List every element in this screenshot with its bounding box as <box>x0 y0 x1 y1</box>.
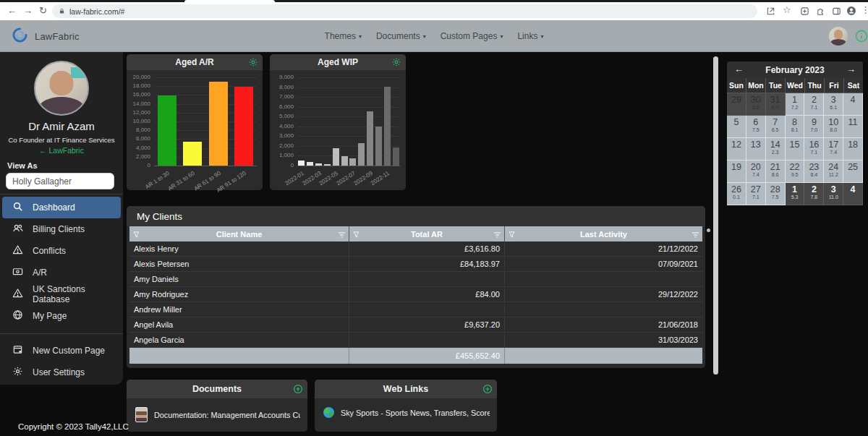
calendar-day-11[interactable]: 11 <box>843 116 863 138</box>
sidebar-item-a-r[interactable]: A/R <box>2 262 121 283</box>
table-row-angela-garcia[interactable]: Angela Garcia31/03/2023 <box>129 333 702 348</box>
day-hours-value: 11.0 <box>824 195 843 200</box>
calendar-day-30[interactable]: 306.8 <box>746 93 766 116</box>
calendar-day-26[interactable]: 260.1 <box>727 183 746 205</box>
calendar-day-16[interactable]: 167.1 <box>804 138 824 161</box>
calendar-day-18[interactable]: 18 <box>843 138 863 161</box>
nav-item-links[interactable]: Links▾ <box>517 31 543 41</box>
lawfabric-logo-icon[interactable] <box>12 27 28 46</box>
view-as-input[interactable] <box>6 173 114 189</box>
day-number: 19 <box>727 162 746 172</box>
column-header-client-name[interactable]: Client Name <box>129 226 349 241</box>
puzzle-icon[interactable] <box>816 6 825 19</box>
profile-photo <box>34 61 89 116</box>
calendar-day-15[interactable]: 15 <box>786 138 805 161</box>
calendar-day-17[interactable]: 177.4 <box>824 138 843 161</box>
documents-header: Documents <box>127 380 307 398</box>
nav-item-custom-pages[interactable]: Custom Pages▾ <box>441 31 503 41</box>
day-number: 10 <box>824 117 843 127</box>
table-row-amy-rodriguez[interactable]: Amy Rodriguez£84.0029/12/2022 <box>129 287 702 302</box>
calendar-day-23[interactable]: 238.4 <box>804 161 824 183</box>
share-icon[interactable] <box>766 6 775 19</box>
calendar-day-13[interactable]: 13 <box>746 138 766 161</box>
nav-item-themes[interactable]: Themes▾ <box>325 31 362 41</box>
page-scrollbar[interactable] <box>713 56 718 375</box>
calendar-day-25[interactable]: 25 <box>843 161 863 183</box>
table-row-andrew-miller[interactable]: Andrew Miller <box>129 302 702 317</box>
sidebar-item-my-page[interactable]: My Page <box>2 305 121 327</box>
browser-profile-icon[interactable] <box>846 6 856 19</box>
info-icon[interactable] <box>855 30 868 43</box>
side-panel-icon[interactable] <box>832 6 841 19</box>
calendar-day-2[interactable]: 27.1 <box>804 93 824 116</box>
sidebar-item-dashboard[interactable]: Dashboard <box>2 197 121 218</box>
calendar-day-28[interactable]: 287.5 <box>766 183 786 205</box>
calendar-day-4[interactable]: 4 <box>843 183 863 205</box>
funnel-filter-icon[interactable] <box>509 228 515 241</box>
browser-menu-icon[interactable]: ⋮ <box>861 3 868 17</box>
nav-item-label: Custom Pages <box>441 31 498 41</box>
calendar-day-7[interactable]: 76.5 <box>766 116 786 138</box>
calendar-day-22[interactable]: 229.5 <box>786 161 805 183</box>
column-header-total-ar[interactable]: Total AR <box>349 226 505 241</box>
table-row-angel-avila[interactable]: Angel Avila£9,637.2021/06/2018 <box>129 317 702 333</box>
y-tick-label: 10,000 <box>127 119 150 124</box>
sidebar-item-user-settings[interactable]: User Settings <box>2 362 121 383</box>
back-icon[interactable]: ← <box>7 4 17 18</box>
add-document-icon[interactable] <box>293 384 303 394</box>
forward-icon[interactable]: → <box>23 4 33 18</box>
calendar-day-5[interactable]: 5 <box>727 116 746 138</box>
funnel-filter-icon[interactable] <box>133 228 140 241</box>
table-row-alexis-petersen[interactable]: Alexis Petersen£84,183.9707/09/2021 <box>129 257 702 272</box>
calendar-day-1[interactable]: 17.2 <box>786 93 805 116</box>
funnel-filter-icon[interactable] <box>353 228 359 241</box>
back-to-lawfabric-link[interactable]: ← LawFabric <box>0 146 123 155</box>
sidebar-item-uk-sanctions-database[interactable]: UK Sanctions Database <box>2 283 121 305</box>
calendar-day-10[interactable]: 108.0 <box>824 116 843 138</box>
calendar-week-row: 19 207.4218.6229.5238.42411.225 <box>727 161 863 183</box>
filter-menu-icon[interactable] <box>494 228 501 241</box>
document-item[interactable]: Documentation: Management Accounts Cust.… <box>135 407 300 422</box>
calendar-day-31[interactable]: 316.0 <box>766 93 786 116</box>
calendar-day-1[interactable]: 15.3 <box>786 183 805 205</box>
filter-menu-icon[interactable] <box>692 228 699 241</box>
header-avatar[interactable] <box>829 27 848 46</box>
calendar-day-8[interactable]: 88.1 <box>786 116 805 138</box>
calendar-day-9[interactable]: 97.0 <box>804 116 824 138</box>
nav-item-documents[interactable]: Documents▾ <box>376 31 426 41</box>
column-header-last-activity[interactable]: Last Activity <box>505 226 702 241</box>
brand-name[interactable]: LawFabric <box>35 31 80 42</box>
sidebar-item-billing-clients[interactable]: Billing Clients <box>2 218 121 240</box>
calendar-day-24[interactable]: 2411.2 <box>824 161 843 183</box>
calendar-day-2[interactable]: 27.8 <box>804 183 824 205</box>
bookmark-star-icon[interactable]: ☆ <box>783 3 791 17</box>
calendar-day-3[interactable]: 311.0 <box>824 183 843 205</box>
address-bar[interactable]: law-fabric.com/# <box>52 4 757 18</box>
calendar-weekday-row: SunMonTueWedThuFriSat <box>727 78 863 93</box>
sidebar-item-conflicts[interactable]: Conflicts <box>2 240 121 262</box>
table-row-alexis-henry[interactable]: Alexis Henry£3,616.8021/12/2022 <box>129 241 702 257</box>
calendar-day-14[interactable]: 142.3 <box>766 138 786 161</box>
table-row-amy-daniels[interactable]: Amy Daniels <box>129 272 702 287</box>
calendar-next-icon[interactable]: → <box>846 64 856 74</box>
calendar-day-20[interactable]: 207.4 <box>746 161 766 183</box>
refresh-icon[interactable]: ↻ <box>39 4 47 18</box>
calendar-day-19[interactable]: 19 <box>727 161 746 183</box>
gear-icon[interactable] <box>248 57 258 67</box>
extension-icon[interactable] <box>800 6 809 19</box>
add-web-link-icon[interactable] <box>482 384 493 394</box>
calendar-prev-icon[interactable]: ← <box>734 64 744 74</box>
gear-icon[interactable] <box>391 57 401 67</box>
calendar-day-29[interactable]: 29 <box>727 93 746 116</box>
globe-icon <box>12 309 23 322</box>
sidebar-item-new-custom-page[interactable]: New Custom Page <box>2 340 121 362</box>
calendar-day-12[interactable]: 12 <box>727 138 746 161</box>
calendar-day-6[interactable]: 67.5 <box>746 116 766 138</box>
calendar-day-21[interactable]: 218.6 <box>766 161 786 183</box>
calendar-day-3[interactable]: 36.1 <box>824 93 843 116</box>
day-number: 13 <box>746 140 765 150</box>
filter-menu-icon[interactable] <box>339 228 345 241</box>
web-link-item[interactable]: Sky Sports - Sports News, Transfers, Sco… <box>323 407 490 418</box>
calendar-day-27[interactable]: 277.1 <box>746 183 766 205</box>
calendar-day-4[interactable]: 4 <box>843 93 863 116</box>
